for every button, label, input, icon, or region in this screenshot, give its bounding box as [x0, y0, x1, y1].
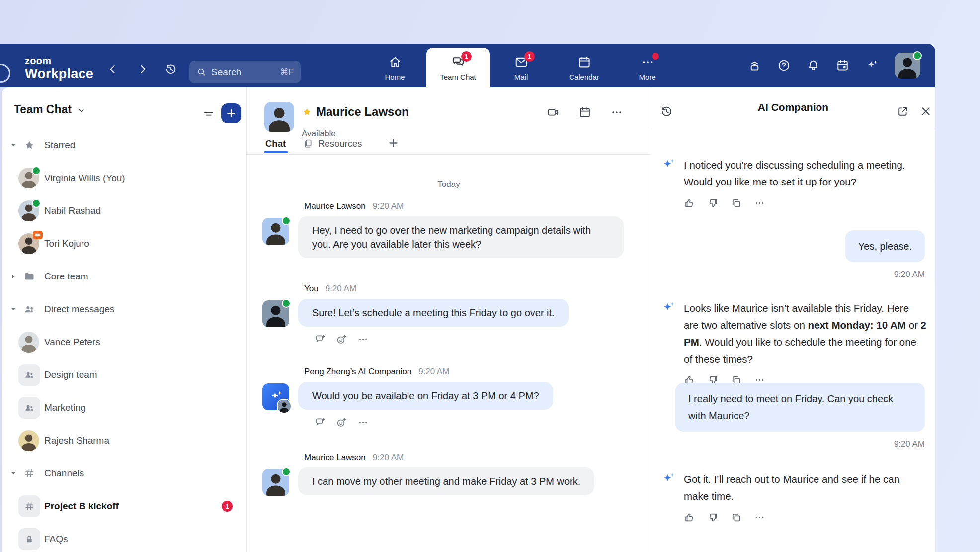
hash-icon — [18, 462, 40, 484]
ai-sparkle-white-icon[interactable] — [865, 59, 879, 72]
logo-zoom: zoom — [25, 56, 93, 66]
avatar-photo — [18, 332, 39, 353]
sidebar-item-label: Nabil Rashad — [44, 194, 101, 227]
sidebar-item-starred[interactable]: Starred — [2, 129, 246, 162]
add-comment-icon[interactable] — [315, 417, 326, 428]
sidebar-item-channels[interactable]: Channels — [2, 457, 246, 490]
ai-response-text: Looks like Maurice isn’t available this … — [684, 300, 926, 368]
contact-avatar — [264, 102, 294, 132]
online-status-dot — [282, 216, 291, 225]
caret-down-icon[interactable] — [10, 142, 17, 149]
tab-chat[interactable]: Chat — [265, 138, 286, 149]
sidebar-item-label: Marketing — [44, 391, 85, 424]
message-avatar — [262, 469, 289, 496]
message-sender: Peng Zheng’s AI Companion — [304, 367, 411, 376]
sidebar-item-direct-messages[interactable]: Direct messages — [2, 293, 246, 326]
user-avatar[interactable] — [895, 53, 920, 79]
chat-contact-name: Maurice Lawson — [316, 105, 409, 119]
thumb-up-icon[interactable] — [684, 197, 695, 209]
tab-resources[interactable]: Resources — [303, 138, 362, 149]
copy-icon[interactable] — [731, 197, 742, 209]
filter-icon[interactable] — [202, 107, 215, 120]
add-tab-icon[interactable] — [388, 137, 399, 149]
ai-response: I noticed you’re discussing scheduling a… — [661, 157, 926, 209]
more-options-icon[interactable] — [357, 417, 369, 428]
ai-response-actions — [684, 197, 926, 209]
more-options-icon[interactable] — [754, 197, 765, 209]
ai-user-message: I really need to meet on Friday. Can you… — [675, 383, 925, 449]
sidebar-item-faqs[interactable]: FAQs — [2, 523, 246, 552]
bell-icon[interactable] — [807, 59, 820, 72]
sidebar-item-label: Virginia Willis (You) — [44, 162, 125, 194]
video-call-icon[interactable] — [547, 106, 560, 119]
thumb-up-icon[interactable] — [684, 512, 695, 523]
more-options-icon[interactable] — [610, 106, 623, 119]
sidebar-item-core-team[interactable]: Core team — [2, 260, 246, 293]
chat-message: Maurice Lawson9:20 AMI can move my other… — [247, 453, 641, 495]
online-status-dot — [282, 299, 291, 308]
device-share-icon[interactable] — [748, 59, 761, 72]
avatar — [18, 332, 39, 353]
star-icon[interactable] — [302, 107, 312, 117]
chat-header-actions — [547, 106, 623, 119]
nav-tab-team-chat[interactable]: 1Team Chat — [426, 48, 490, 87]
calendar-icon[interactable] — [578, 106, 591, 119]
avatar — [18, 430, 39, 451]
sidebar-item-vance-peters[interactable]: Vance Peters — [2, 326, 246, 359]
zoom-workplace-logo: zoom Workplace — [25, 56, 93, 81]
new-chat-button[interactable] — [221, 103, 241, 123]
avatar-photo — [18, 430, 39, 451]
message-time: 9:20 AM — [894, 270, 925, 279]
message-sender: Maurice Lawson — [304, 453, 366, 462]
copy-icon[interactable] — [731, 512, 742, 523]
close-icon[interactable] — [919, 105, 932, 118]
help-icon[interactable] — [777, 59, 791, 72]
nav-tab-more[interactable]: More — [616, 44, 679, 87]
folder-icon — [18, 266, 40, 287]
caret-down-icon[interactable] — [10, 470, 17, 477]
more-options-icon[interactable] — [754, 512, 765, 523]
sidebar-item-rajesh-sharma[interactable]: Rajesh Sharma — [2, 424, 246, 457]
notification-dot — [652, 53, 659, 60]
chat-header-avatar[interactable] — [264, 102, 294, 132]
sidebar-item-tori-kojuro[interactable]: Tori Kojuro — [2, 227, 246, 260]
calendar-date-icon[interactable] — [836, 59, 849, 72]
pop-out-icon[interactable] — [897, 105, 909, 118]
sidebar-item-marketing[interactable]: Marketing — [2, 391, 246, 424]
sidebar-title-dropdown[interactable]: Team Chat — [14, 103, 86, 116]
more-options-icon[interactable] — [357, 334, 369, 345]
sidebar-item-label: Project B kickoff — [44, 490, 119, 523]
thumb-down-icon[interactable] — [707, 512, 719, 523]
sidebar-title: Team Chat — [14, 103, 72, 116]
user-message-bubble: I really need to meet on Friday. Can you… — [675, 383, 925, 432]
nav-tab-home[interactable]: Home — [363, 44, 426, 87]
add-reaction-icon[interactable] — [336, 334, 347, 345]
ai-response-text: I noticed you’re discussing scheduling a… — [684, 157, 926, 190]
nav-tab-label: Team Chat — [440, 73, 476, 81]
calendar-icon — [577, 55, 591, 69]
caret-right-icon[interactable] — [10, 273, 17, 280]
partial-circle — [0, 64, 10, 83]
thumb-down-icon[interactable] — [707, 197, 719, 209]
nav-tab-mail[interactable]: 1Mail — [490, 44, 553, 87]
back-icon[interactable] — [106, 63, 119, 76]
forward-icon[interactable] — [136, 63, 149, 76]
avatar-photo — [278, 400, 291, 413]
ai-sparkle-icon — [661, 300, 676, 315]
message-sender: Maurice Lawson — [304, 201, 366, 211]
user-message-bubble: Yes, please. — [845, 230, 925, 262]
search-input[interactable]: Search ⌘F — [189, 61, 301, 83]
sidebar-item-label: Vance Peters — [44, 326, 100, 359]
sidebar-item-nabil-rashad[interactable]: Nabil Rashad — [2, 194, 246, 227]
sidebar-item-label: FAQs — [44, 523, 68, 552]
sidebar-item-design-team[interactable]: Design team — [2, 359, 246, 391]
ai-response-text: Got it. I’ll reach out to Maurice and se… — [684, 471, 926, 505]
history-icon[interactable] — [164, 63, 177, 76]
message-time: 9:20 AM — [373, 453, 404, 462]
caret-down-icon[interactable] — [10, 306, 17, 313]
add-reaction-icon[interactable] — [336, 417, 347, 428]
sidebar-item-project-b-kickoff[interactable]: Project B kickoff1 — [2, 490, 246, 523]
sidebar-item-virginia-willis-you-[interactable]: Virginia Willis (You) — [2, 162, 246, 194]
add-comment-icon[interactable] — [315, 334, 326, 345]
nav-tab-calendar[interactable]: Calendar — [553, 44, 616, 87]
